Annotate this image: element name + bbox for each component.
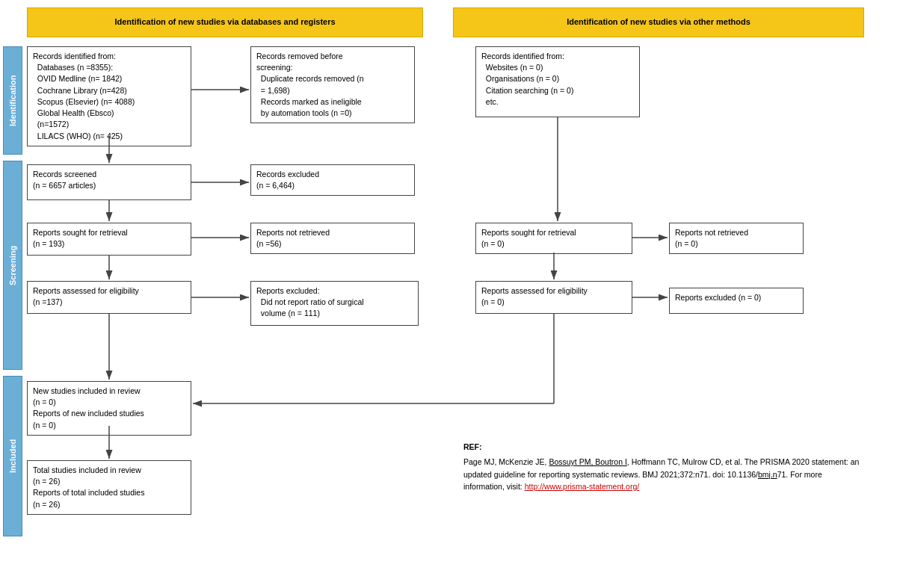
- screen-excluded-right-box: Reports excluded (n = 0): [669, 288, 804, 314]
- screen-sought-left-box: Reports sought for retrieval (n = 193): [27, 223, 191, 256]
- ident-removed-box: Records removed before screening: Duplic…: [250, 46, 415, 123]
- header-right: Identification of new studies via other …: [453, 7, 864, 37]
- screen-not-retrieved-left-box: Reports not retrieved (n =56): [250, 223, 415, 254]
- label-included: Included: [3, 376, 22, 536]
- screen-excluded-box: Records excluded (n = 6,464): [250, 164, 415, 196]
- ident-other-box: Records identified from: Websites (n = 0…: [475, 46, 640, 117]
- label-identification: Identification: [3, 46, 22, 155]
- ident-records-box: Records identified from: Databases (n =8…: [27, 46, 191, 146]
- screen-assessed-right-box: Reports assessed for eligibility (n = 0): [475, 281, 632, 314]
- header-left: Identification of new studies via databa…: [27, 7, 423, 37]
- screen-sought-right-box: Reports sought for retrieval (n = 0): [475, 223, 632, 254]
- ref-label: REF:: [463, 441, 860, 453]
- screen-assessed-left-box: Reports assessed for eligibility (n =137…: [27, 281, 191, 314]
- included-total-box: Total studies included in review (n = 26…: [27, 460, 191, 515]
- ref-text: Page MJ, McKenzie JE, Bossuyt PM, Boutro…: [463, 456, 860, 492]
- included-new-box: New studies included in review (n = 0) R…: [27, 381, 191, 436]
- screen-excluded-left-box: Reports excluded: Did not report ratio o…: [250, 281, 419, 326]
- screen-screened-box: Records screened (n = 6657 articles): [27, 164, 191, 200]
- screen-not-retrieved-right-box: Reports not retrieved (n = 0): [669, 223, 804, 254]
- label-screening: Screening: [3, 161, 22, 370]
- ref-link[interactable]: http://www.prisma-statement.org/: [525, 482, 639, 491]
- ref-section: REF: Page MJ, McKenzie JE, Bossuyt PM, B…: [463, 441, 860, 492]
